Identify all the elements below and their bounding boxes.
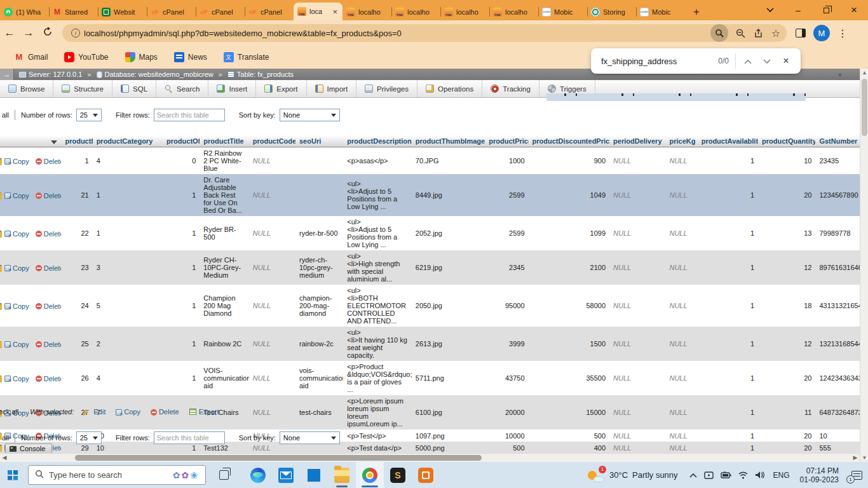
volume-icon[interactable]	[755, 471, 764, 479]
bookmark-maps[interactable]: Maps	[125, 52, 158, 62]
breadcrumb-database[interactable]: Database: websitedemo_mobicrew	[97, 71, 214, 78]
find-next-icon[interactable]	[757, 51, 776, 71]
edit-link-clipped-icon[interactable]	[0, 158, 2, 165]
taskbar-app-vscode[interactable]	[300, 462, 328, 488]
browser-tab-0[interactable]: (1) Wha	[0, 4, 49, 20]
reload-button[interactable]	[38, 24, 57, 43]
sort-by-key-select[interactable]: None	[280, 431, 340, 444]
edit-link-clipped-icon[interactable]	[0, 303, 2, 310]
scroll-right-icon[interactable]: ▶	[851, 454, 860, 462]
scroll-up-icon[interactable]: ▲	[860, 69, 868, 77]
tab-close-icon[interactable]: ×	[331, 7, 339, 17]
check-all-label[interactable]: Check all	[0, 408, 18, 416]
copy-row-link[interactable]: Copy	[4, 158, 29, 165]
col-productDescription[interactable]: productDescription	[343, 135, 411, 147]
horizontal-scroll-thumb[interactable]	[75, 455, 482, 461]
browser-tab-6[interactable]: loca×	[294, 3, 342, 20]
col-GstNumber[interactable]: GstNumber	[815, 135, 860, 147]
pma-tab-privileges[interactable]: Privileges	[356, 80, 417, 97]
sort-by-key-select[interactable]: None	[280, 109, 340, 121]
restore-button[interactable]	[812, 0, 840, 20]
bookmark-news[interactable]: News	[174, 52, 207, 62]
browser-tab-2[interactable]: Websit	[98, 4, 147, 20]
taskbar-app-orange[interactable]	[412, 462, 440, 488]
col-productQuantity[interactable]: productQuantity	[758, 135, 815, 147]
pma-tab-search[interactable]: Search	[156, 80, 208, 97]
delete-row-link[interactable]: Delete	[36, 230, 62, 238]
pma-tab-import[interactable]: Import	[307, 80, 357, 97]
bookmark-youtube[interactable]: YouTube	[64, 52, 108, 62]
export-selected-link[interactable]: Export	[189, 408, 219, 416]
show-all-label[interactable]: all	[2, 434, 9, 442]
taskbar-app-s[interactable]	[384, 462, 412, 488]
find-close-icon[interactable]: ×	[776, 51, 796, 71]
scroll-down-icon[interactable]: ▼	[860, 454, 868, 462]
vertical-scroll-thumb[interactable]	[862, 79, 867, 136]
browser-tab-5[interactable]: cPanel	[245, 4, 294, 20]
copy-row-link[interactable]: Copy	[4, 375, 29, 383]
col-productTitle[interactable]: productTitle	[200, 135, 248, 147]
col-productPrice[interactable]: productPrice	[485, 135, 528, 147]
bookmark-star-icon[interactable]: ☆	[770, 27, 782, 39]
browser-tab-12[interactable]: Storing	[587, 4, 636, 20]
new-tab-button[interactable]: +	[688, 4, 705, 20]
start-button[interactable]	[0, 462, 25, 488]
pma-tab-operations[interactable]: Operations	[417, 80, 482, 97]
browser-menu-icon[interactable]: ⋮	[837, 27, 848, 39]
zoom-out-icon[interactable]	[735, 27, 746, 39]
col-productThumbImage[interactable]: productThumbImage	[412, 135, 485, 147]
taskbar-app-edge[interactable]	[244, 462, 272, 488]
tray-chevron-up-icon[interactable]	[689, 473, 697, 478]
browser-tab-7[interactable]: localho	[342, 4, 391, 20]
side-panel-icon[interactable]	[796, 29, 806, 37]
profile-avatar[interactable]: M	[813, 25, 830, 41]
clock[interactable]: 07:14 PM 01-09-2023	[794, 466, 845, 484]
share-icon[interactable]	[752, 27, 764, 39]
delete-row-link[interactable]: Delete	[36, 192, 62, 200]
show-all-label[interactable]: all	[2, 111, 9, 119]
sort-options-icon[interactable]	[51, 140, 57, 144]
pma-tab-insert[interactable]: Insert	[208, 80, 256, 97]
taskbar-search[interactable]: Type here to search ✿✿❀	[28, 465, 206, 485]
bookmark-translate[interactable]: Translate	[224, 52, 269, 62]
pma-tab-browse[interactable]: Browse	[0, 80, 53, 97]
col-productCategory[interactable]: productCategory	[93, 135, 163, 147]
task-view-button[interactable]	[211, 462, 236, 488]
delete-selected-link[interactable]: Delete	[151, 408, 179, 416]
delete-row-link[interactable]: Delete	[36, 341, 62, 348]
cast-icon[interactable]	[704, 471, 714, 479]
copy-row-link[interactable]: Copy	[4, 302, 29, 310]
copy-row-link[interactable]: Copy	[4, 341, 29, 348]
col-productAvailablity[interactable]: productAvailablity	[698, 135, 758, 147]
col-priceKg[interactable]: priceKg	[665, 135, 697, 147]
vertical-scrollbar[interactable]: ▲ ▼	[860, 69, 868, 462]
browser-tab-13[interactable]: Mobic	[636, 4, 685, 20]
breadcrumb-table[interactable]: Table: fx_products	[227, 71, 294, 78]
pma-tab-structure[interactable]: Structure	[53, 80, 112, 97]
forward-button[interactable]: →	[19, 24, 38, 43]
copy-row-link[interactable]: Copy	[4, 230, 29, 238]
scroll-left-icon[interactable]: ◀	[0, 454, 9, 462]
wifi-icon[interactable]	[738, 471, 748, 479]
nav-panel-toggle-button[interactable]: →	[0, 69, 14, 80]
edit-link-clipped-icon[interactable]	[0, 193, 2, 200]
browser-tab-4[interactable]: cPanel	[196, 4, 245, 20]
copy-row-link[interactable]: Copy	[4, 192, 29, 200]
browser-tab-11[interactable]: Mobic	[538, 4, 587, 20]
console-tab[interactable]: Console	[5, 444, 52, 453]
find-in-page-active-icon[interactable]	[710, 24, 728, 42]
edit-selected-link[interactable]: Edit	[84, 408, 105, 416]
browser-tab-10[interactable]: localho	[489, 4, 538, 20]
taskbar-app-chrome[interactable]	[356, 462, 384, 488]
horizontal-scrollbar[interactable]: ◀ ▶	[0, 453, 860, 462]
scroll-to-top-icon[interactable]: ⌅	[836, 70, 844, 79]
col-seoUri[interactable]: seoUri	[295, 135, 343, 147]
edit-link-clipped-icon[interactable]	[0, 341, 2, 348]
copy-row-link[interactable]: Copy	[4, 264, 29, 272]
close-window-button[interactable]: ×	[840, 0, 868, 20]
notification-center[interactable]: 1	[845, 462, 868, 488]
tab-search-chevron-icon[interactable]	[756, 0, 784, 20]
col-productID[interactable]: productID	[61, 135, 92, 147]
col-productOffer[interactable]: productOffer	[163, 135, 200, 147]
delete-row-link[interactable]: Delete	[36, 302, 62, 310]
